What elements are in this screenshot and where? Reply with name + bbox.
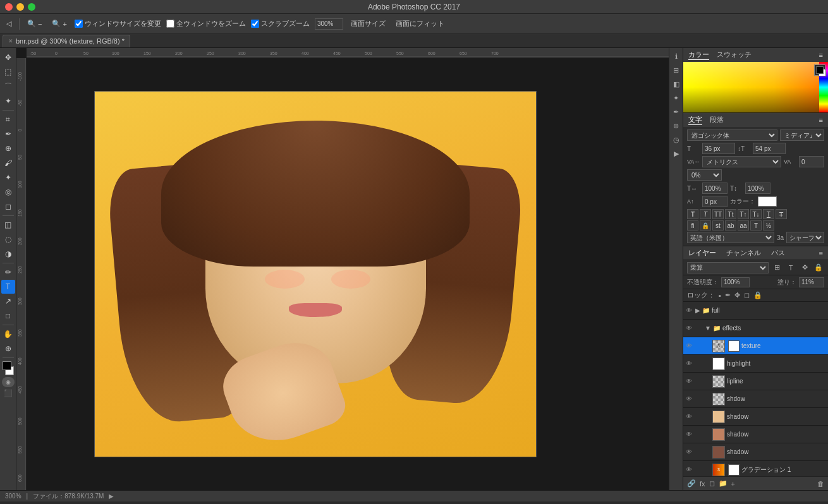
ordinal-button[interactable]: st bbox=[712, 220, 724, 231]
visibility-icon[interactable]: 👁 bbox=[686, 395, 693, 402]
history-icon-btn[interactable]: ◷ bbox=[671, 134, 682, 145]
visibility-icon[interactable]: 👁 bbox=[686, 466, 693, 473]
zoom-input[interactable] bbox=[315, 18, 343, 30]
add-mask-btn[interactable]: ◻ bbox=[709, 479, 715, 488]
layer-item-gradient1[interactable]: 👁 3 グラデーション 1 bbox=[683, 461, 828, 476]
aa-method-select[interactable]: シャープ bbox=[786, 232, 824, 243]
tab-color[interactable]: カラー bbox=[688, 50, 709, 60]
aa-button[interactable]: aa bbox=[738, 220, 749, 231]
leading-input[interactable] bbox=[753, 143, 786, 154]
wand-tool[interactable]: ✦ bbox=[1, 94, 15, 108]
adjustments-icon-btn[interactable]: ◧ bbox=[671, 78, 682, 90]
all-windows-checkbox[interactable]: 全ウィンドウをズーム bbox=[166, 19, 246, 28]
folder-expand-icon[interactable]: ▼ bbox=[705, 325, 711, 332]
layers-panel-menu[interactable]: ≡ bbox=[819, 249, 823, 257]
half-button[interactable]: ½ bbox=[763, 220, 774, 231]
layer-item-shadow3[interactable]: 👁 shadow bbox=[683, 443, 828, 461]
layer-item-shdow[interactable]: 👁 shdow bbox=[683, 390, 828, 408]
char-panel-menu-icon[interactable]: ≡ bbox=[819, 116, 823, 124]
bold-button[interactable]: T bbox=[687, 209, 698, 219]
tab-character[interactable]: 文字 bbox=[688, 115, 702, 125]
heal-tool[interactable]: ⊕ bbox=[1, 141, 15, 155]
underline-button[interactable]: T bbox=[763, 209, 774, 219]
color-gradient[interactable] bbox=[683, 62, 819, 112]
lock-paint-icon[interactable]: ✒ bbox=[725, 291, 731, 299]
visibility-icon[interactable]: 👁 bbox=[686, 342, 693, 349]
move-tool[interactable]: ✥ bbox=[1, 51, 15, 64]
quick-mask-button[interactable]: ◉ bbox=[2, 377, 15, 387]
link-layers-btn[interactable]: 🔗 bbox=[687, 479, 696, 488]
scrubzoom-checkbox[interactable]: スクラブズーム bbox=[251, 19, 310, 28]
close-button[interactable] bbox=[5, 3, 13, 11]
select-tool[interactable]: ⬚ bbox=[1, 65, 15, 79]
add-style-btn[interactable]: fx bbox=[700, 480, 705, 488]
info-arrow[interactable]: ▶ bbox=[109, 493, 114, 500]
language-select[interactable]: 英語（米国） bbox=[687, 232, 774, 243]
zoom-out-button[interactable]: 🔍 − bbox=[25, 18, 44, 29]
folder-expand-icon[interactable]: ▶ bbox=[695, 307, 700, 314]
fg-swatch[interactable] bbox=[816, 66, 824, 74]
brush-tool[interactable]: 🖌 bbox=[1, 156, 15, 170]
font-size-input[interactable] bbox=[702, 143, 735, 154]
layer-item-shadow2[interactable]: 👁 shadow bbox=[683, 426, 828, 443]
layer-item-effects[interactable]: 👁 ▼ 📁 effects bbox=[683, 320, 828, 337]
scale-h-input[interactable] bbox=[702, 183, 728, 194]
italic-button[interactable]: T bbox=[700, 209, 711, 219]
history-tool[interactable]: ◎ bbox=[1, 185, 15, 199]
pen-tool[interactable]: ✏ bbox=[1, 265, 15, 279]
clone-tool[interactable]: ✦ bbox=[1, 171, 15, 184]
color-picker-area[interactable] bbox=[683, 62, 828, 112]
layer-item-texture[interactable]: 👁 3 texture bbox=[683, 337, 828, 355]
t-button[interactable]: T bbox=[750, 220, 762, 231]
eyedropper-tool[interactable]: ✒ bbox=[1, 127, 15, 141]
screen-mode-button[interactable]: ⬛ bbox=[4, 389, 13, 397]
font-family-select[interactable]: 游ゴシック体 bbox=[687, 129, 777, 141]
lock-artboard-icon[interactable]: ◻ bbox=[744, 291, 750, 299]
style-icon-btn[interactable]: ✦ bbox=[671, 92, 682, 104]
layers-icon-btn[interactable]: ⊞ bbox=[671, 64, 682, 76]
scale-input[interactable]: 0% bbox=[687, 169, 722, 181]
lock-pixels-btn[interactable]: ⊞ bbox=[771, 262, 782, 273]
zoom-tool[interactable]: ⊕ bbox=[1, 342, 15, 356]
panel-menu-icon[interactable]: ≡ bbox=[819, 51, 823, 59]
lock-all-btn[interactable]: 🔒 bbox=[813, 262, 824, 273]
layer-item-full[interactable]: 👁 ▶ 📁 full bbox=[683, 302, 828, 320]
eraser-tool[interactable]: ◻ bbox=[1, 200, 15, 213]
lock-position-icon[interactable]: ✥ bbox=[734, 291, 740, 299]
character-panel-header[interactable]: 文字 段落 ≡ bbox=[683, 113, 828, 127]
visibility-icon[interactable]: 👁 bbox=[686, 360, 693, 367]
tab-channels[interactable]: チャンネル bbox=[726, 248, 761, 258]
fi-ligature-button[interactable]: fi bbox=[687, 220, 698, 231]
kerning-select[interactable]: メトリクス bbox=[702, 156, 781, 167]
tab-layers[interactable]: レイヤー bbox=[688, 248, 716, 258]
tab-swatches[interactable]: スウォッチ bbox=[717, 50, 752, 60]
gradient-tool[interactable]: ◫ bbox=[1, 218, 15, 232]
small-caps-button[interactable]: Tt bbox=[725, 209, 736, 219]
delete-layer-btn[interactable]: 🗑 bbox=[817, 480, 824, 488]
color-fg-bg-preview[interactable] bbox=[814, 64, 825, 76]
screen-size-button[interactable]: 画面サイズ bbox=[348, 18, 388, 30]
super-button[interactable]: T↑ bbox=[738, 209, 749, 219]
tab-close-icon[interactable]: ✕ bbox=[8, 38, 13, 44]
fill-input[interactable] bbox=[799, 277, 824, 287]
blend-mode-select[interactable]: 乗算 bbox=[687, 262, 769, 273]
strike-button[interactable]: T̶ bbox=[776, 209, 787, 219]
visibility-icon[interactable]: 👁 bbox=[686, 307, 693, 314]
lock-all-icon[interactable]: 🔒 bbox=[753, 291, 762, 299]
window-size-checkbox[interactable]: ウィンドウサイズを変更 bbox=[75, 19, 161, 28]
caps-button[interactable]: TT bbox=[712, 209, 724, 219]
fit-screen-button[interactable]: 画面にフィット bbox=[393, 18, 447, 30]
minimize-button[interactable] bbox=[16, 3, 24, 11]
clone-icon-btn[interactable]: ⊕ bbox=[671, 120, 682, 131]
lasso-tool[interactable]: ⌒ bbox=[1, 80, 15, 93]
blur-tool[interactable]: ◌ bbox=[1, 232, 15, 246]
new-group-btn[interactable]: 📁 bbox=[719, 479, 728, 488]
lock-transparency-icon[interactable]: ▪ bbox=[719, 292, 721, 299]
visibility-icon[interactable]: 👁 bbox=[686, 431, 693, 438]
tab-paragraph[interactable]: 段落 bbox=[710, 115, 724, 125]
font-style-select[interactable]: ミディアム bbox=[780, 129, 824, 141]
lock-transparent-btn[interactable]: T bbox=[785, 262, 796, 273]
new-layer-btn[interactable]: + bbox=[731, 480, 735, 488]
scale-v-input[interactable] bbox=[745, 183, 770, 194]
frac-button[interactable]: ab bbox=[725, 220, 736, 231]
